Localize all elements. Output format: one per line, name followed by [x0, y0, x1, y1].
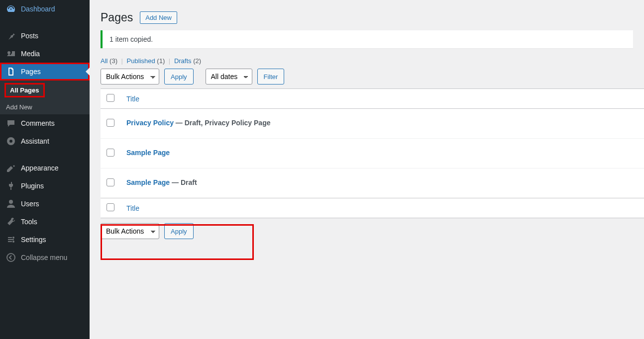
sidebar-item-collapse[interactable]: Collapse menu	[0, 249, 90, 266]
sidebar-submenu-pages: All Pages Add New	[0, 81, 90, 114]
menu-separator	[0, 18, 90, 27]
title-column-header[interactable]: Title	[126, 95, 139, 103]
sidebar-item-media[interactable]: Media	[0, 45, 90, 63]
sidebar-label: Appearance	[21, 164, 59, 172]
pages-icon	[6, 67, 16, 77]
users-icon	[6, 199, 16, 209]
main-content: Pages Add New 1 item copied. All (3) | P…	[90, 0, 644, 339]
sidebar-item-plugins[interactable]: Plugins	[0, 177, 90, 195]
sidebar-item-comments[interactable]: Comments	[0, 114, 90, 132]
admin-sidebar: Dashboard Posts Media Pages All Pages Ad…	[0, 0, 90, 339]
sidebar-item-dashboard[interactable]: Dashboard	[0, 0, 90, 18]
table-row: Sample Page	[101, 139, 644, 169]
sidebar-label: Plugins	[21, 182, 44, 190]
sidebar-item-posts[interactable]: Posts	[0, 27, 90, 45]
sidebar-label: Settings	[21, 236, 46, 244]
success-notice: 1 item copied.	[101, 30, 633, 48]
bulk-actions-select[interactable]: Bulk Actions	[101, 69, 159, 85]
filter-drafts[interactable]: Drafts	[174, 57, 192, 65]
table-row: Privacy Policy — Draft, Privacy Policy P…	[101, 109, 644, 139]
date-filter-select[interactable]: All dates	[206, 69, 252, 85]
plugins-icon	[6, 181, 16, 191]
sidebar-label: Media	[21, 50, 40, 58]
sidebar-item-appearance[interactable]: Appearance	[0, 159, 90, 177]
assistant-icon	[6, 136, 16, 146]
svg-point-5	[12, 241, 14, 243]
sidebar-item-tools[interactable]: Tools	[0, 213, 90, 231]
svg-point-3	[9, 200, 13, 204]
filter-published-count: (1)	[157, 57, 165, 65]
select-all-checkbox-bottom[interactable]	[107, 203, 114, 211]
dashboard-icon	[6, 4, 16, 14]
row-checkbox[interactable]	[107, 149, 114, 157]
sidebar-item-settings[interactable]: Settings	[0, 231, 90, 249]
sidebar-label: Posts	[21, 32, 38, 40]
sidebar-label: Collapse menu	[21, 254, 67, 261]
sidebar-label: Users	[21, 200, 39, 208]
pin-icon	[6, 31, 16, 41]
row-title-link[interactable]: Sample Page	[126, 178, 170, 186]
appearance-icon	[6, 163, 16, 173]
apply-button[interactable]: Apply	[164, 69, 194, 85]
sidebar-label: Dashboard	[21, 5, 55, 13]
sidebar-subitem-all-pages[interactable]: All Pages	[5, 84, 44, 97]
settings-icon	[6, 235, 16, 245]
filter-drafts-count: (2)	[193, 57, 201, 65]
comments-icon	[6, 118, 16, 128]
svg-point-6	[7, 254, 15, 261]
collapse-icon	[6, 253, 16, 262]
select-all-checkbox[interactable]	[107, 94, 114, 102]
sidebar-item-users[interactable]: Users	[0, 195, 90, 213]
row-state: — Draft	[170, 178, 197, 186]
sidebar-label: Assistant	[21, 137, 49, 145]
menu-separator	[0, 150, 90, 159]
svg-point-2	[9, 140, 12, 143]
page-title: Pages	[101, 11, 133, 24]
row-title-link[interactable]: Sample Page	[126, 149, 170, 157]
sidebar-label: Comments	[21, 119, 55, 127]
add-new-button[interactable]: Add New	[140, 11, 177, 24]
row-checkbox[interactable]	[107, 178, 114, 186]
bulk-actions-select-bottom[interactable]: Bulk Actions	[101, 223, 159, 239]
filter-published[interactable]: Published	[127, 57, 155, 65]
table-row: Sample Page — Draft	[101, 169, 644, 198]
svg-point-4	[12, 237, 14, 239]
status-filters: All (3) | Published (1) | Drafts (2)	[90, 57, 644, 69]
tablenav-bottom: Bulk Actions Apply	[90, 218, 644, 244]
page-header: Pages Add New	[90, 0, 644, 30]
sidebar-label: Tools	[21, 218, 37, 226]
tools-icon	[6, 217, 16, 227]
media-icon	[6, 49, 16, 59]
apply-button-bottom[interactable]: Apply	[164, 223, 194, 239]
sidebar-subitem-add-new[interactable]: Add New	[0, 100, 90, 114]
row-checkbox[interactable]	[107, 119, 114, 127]
filter-all-count: (3)	[109, 57, 117, 65]
sidebar-label: Pages	[21, 68, 41, 76]
title-column-footer[interactable]: Title	[126, 204, 139, 212]
row-title-link[interactable]: Privacy Policy	[126, 119, 174, 127]
sidebar-item-assistant[interactable]: Assistant	[0, 132, 90, 150]
row-state: — Draft, Privacy Policy Page	[174, 119, 271, 127]
filter-button[interactable]: Filter	[257, 69, 285, 85]
filter-all[interactable]: All	[101, 57, 107, 65]
tablenav-top: Bulk Actions Apply All dates Filter	[90, 69, 644, 88]
pages-table: Title Privacy Policy — Draft, Privacy Po…	[101, 88, 644, 218]
sidebar-item-pages[interactable]: Pages	[0, 63, 90, 81]
